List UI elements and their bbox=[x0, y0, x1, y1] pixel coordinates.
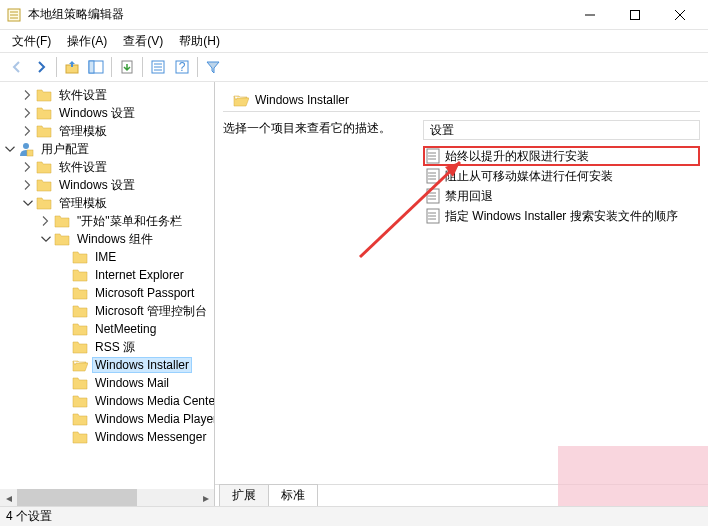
tree-item[interactable]: RSS 源 bbox=[0, 338, 215, 356]
main-area: 软件设置Windows 设置管理模板用户配置软件设置Windows 设置管理模板… bbox=[0, 82, 708, 506]
tree-item-label: Windows 设置 bbox=[56, 176, 138, 195]
tree-pane[interactable]: 软件设置Windows 设置管理模板用户配置软件设置Windows 设置管理模板… bbox=[0, 82, 215, 506]
menu-view[interactable]: 查看(V) bbox=[115, 31, 171, 52]
folder-icon bbox=[36, 177, 52, 193]
tree-item[interactable]: Microsoft Passport bbox=[0, 284, 215, 302]
scroll-right-button[interactable]: ▸ bbox=[197, 489, 214, 506]
chevron-right-icon[interactable] bbox=[40, 215, 52, 227]
tree-item[interactable]: Windows Messenger bbox=[0, 428, 215, 446]
folder-icon bbox=[36, 123, 52, 139]
tree-item[interactable]: Windows 设置 bbox=[0, 104, 215, 122]
tree-item-label: "开始"菜单和任务栏 bbox=[74, 212, 185, 231]
watermark bbox=[558, 446, 708, 506]
tree-item[interactable]: 软件设置 bbox=[0, 86, 215, 104]
tree-item-label: Windows Installer bbox=[92, 357, 192, 373]
tree-item[interactable]: 管理模板 bbox=[0, 122, 215, 140]
tree-item[interactable]: 管理模板 bbox=[0, 194, 215, 212]
column-header-settings[interactable]: 设置 bbox=[423, 120, 700, 140]
forward-button[interactable] bbox=[30, 56, 52, 78]
policy-label: 阻止从可移动媒体进行任何安装 bbox=[445, 168, 613, 185]
tree-item[interactable]: Windows 设置 bbox=[0, 176, 215, 194]
svg-text:?: ? bbox=[179, 60, 186, 74]
tree-item-label: Windows 设置 bbox=[56, 104, 138, 123]
tree-horizontal-scrollbar[interactable]: ◂ ▸ bbox=[0, 489, 214, 506]
scroll-thumb[interactable] bbox=[17, 489, 137, 506]
menubar: 文件(F) 操作(A) 查看(V) 帮助(H) bbox=[0, 30, 708, 52]
help-button[interactable]: ? bbox=[171, 56, 193, 78]
tree-item[interactable]: Windows 组件 bbox=[0, 230, 215, 248]
user-config-icon bbox=[18, 141, 34, 157]
back-button[interactable] bbox=[6, 56, 28, 78]
description-prompt: 选择一个项目来查看它的描述。 bbox=[223, 120, 415, 137]
menu-file[interactable]: 文件(F) bbox=[4, 31, 59, 52]
folder-icon bbox=[72, 249, 88, 265]
chevron-right-icon[interactable] bbox=[22, 125, 34, 137]
maximize-button[interactable] bbox=[612, 1, 657, 29]
tree-item[interactable]: Microsoft 管理控制台 bbox=[0, 302, 215, 320]
folder-icon bbox=[233, 92, 249, 108]
folder-icon bbox=[72, 375, 88, 391]
folder-icon bbox=[36, 105, 52, 121]
chevron-right-icon[interactable] bbox=[22, 161, 34, 173]
export-button[interactable] bbox=[116, 56, 138, 78]
tree-item[interactable]: Windows Media Center bbox=[0, 392, 215, 410]
description-column: 选择一个项目来查看它的描述。 bbox=[223, 120, 423, 476]
chevron-down-icon[interactable] bbox=[22, 197, 34, 209]
app-icon bbox=[6, 7, 22, 23]
folder-open-icon bbox=[72, 357, 88, 373]
chevron-down-icon[interactable] bbox=[40, 233, 52, 245]
svg-rect-14 bbox=[630, 10, 639, 19]
policy-label: 始终以提升的权限进行安装 bbox=[445, 148, 589, 165]
chevron-right-icon[interactable] bbox=[22, 107, 34, 119]
tree-item[interactable]: Windows Installer bbox=[0, 356, 215, 374]
tree-item[interactable]: 用户配置 bbox=[0, 140, 215, 158]
scroll-track[interactable] bbox=[17, 489, 197, 506]
minimize-button[interactable] bbox=[567, 1, 612, 29]
tab-standard[interactable]: 标准 bbox=[268, 484, 318, 506]
policy-item[interactable]: 始终以提升的权限进行安装 bbox=[423, 146, 700, 166]
tree-item-label: Microsoft 管理控制台 bbox=[92, 302, 210, 321]
policy-list-column: 设置 始终以提升的权限进行安装阻止从可移动媒体进行任何安装禁用回退指定 Wind… bbox=[423, 120, 700, 476]
menu-action[interactable]: 操作(A) bbox=[59, 31, 115, 52]
tree-item[interactable]: Windows Mail bbox=[0, 374, 215, 392]
tab-extended[interactable]: 扩展 bbox=[219, 484, 269, 506]
policy-icon bbox=[425, 188, 441, 204]
folder-icon bbox=[72, 411, 88, 427]
folder-icon bbox=[72, 267, 88, 283]
policy-item[interactable]: 禁用回退 bbox=[423, 186, 700, 206]
close-button[interactable] bbox=[657, 1, 702, 29]
refresh-button[interactable] bbox=[147, 56, 169, 78]
chevron-right-icon[interactable] bbox=[22, 179, 34, 191]
menu-help[interactable]: 帮助(H) bbox=[171, 31, 228, 52]
filter-button[interactable] bbox=[202, 56, 224, 78]
tree-item[interactable]: 软件设置 bbox=[0, 158, 215, 176]
policy-item[interactable]: 阻止从可移动媒体进行任何安装 bbox=[423, 166, 700, 186]
policy-label: 禁用回退 bbox=[445, 188, 493, 205]
folder-icon bbox=[36, 195, 52, 211]
folder-icon bbox=[72, 321, 88, 337]
up-button[interactable] bbox=[61, 56, 83, 78]
chevron-down-icon[interactable] bbox=[4, 143, 16, 155]
tree-item[interactable]: Internet Explorer bbox=[0, 266, 215, 284]
folder-icon bbox=[54, 213, 70, 229]
statusbar: 4 个设置 bbox=[0, 506, 708, 526]
tree-item[interactable]: IME bbox=[0, 248, 215, 266]
window-title: 本地组策略编辑器 bbox=[28, 6, 567, 23]
folder-icon bbox=[72, 393, 88, 409]
policy-label: 指定 Windows Installer 搜索安装文件的顺序 bbox=[445, 208, 678, 225]
policy-icon bbox=[425, 148, 441, 164]
tree-item-label: 用户配置 bbox=[38, 140, 92, 159]
tree-item[interactable]: NetMeeting bbox=[0, 320, 215, 338]
content-heading: Windows Installer bbox=[223, 88, 700, 112]
policy-icon bbox=[425, 208, 441, 224]
tree-item[interactable]: Windows Media Player bbox=[0, 410, 215, 428]
folder-icon bbox=[54, 231, 70, 247]
chevron-right-icon[interactable] bbox=[22, 89, 34, 101]
tree-item-label: IME bbox=[92, 249, 119, 265]
show-hide-tree-button[interactable] bbox=[85, 56, 107, 78]
folder-icon bbox=[72, 285, 88, 301]
policy-item[interactable]: 指定 Windows Installer 搜索安装文件的顺序 bbox=[423, 206, 700, 226]
scroll-left-button[interactable]: ◂ bbox=[0, 489, 17, 506]
tree-item-label: NetMeeting bbox=[92, 321, 159, 337]
tree-item[interactable]: "开始"菜单和任务栏 bbox=[0, 212, 215, 230]
